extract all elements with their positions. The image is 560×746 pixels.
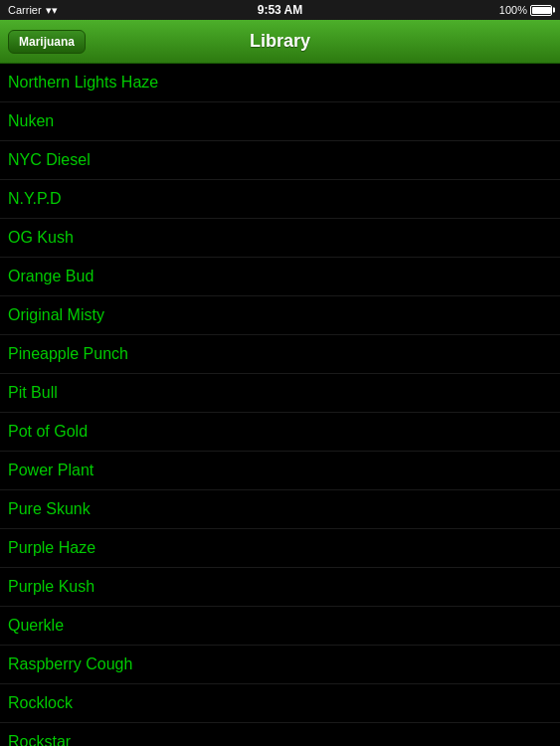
list-item-label: Pot of Gold	[8, 423, 88, 441]
list-item[interactable]: Power Plant	[0, 452, 560, 490]
list-item[interactable]: Rocklock	[0, 684, 560, 723]
list-item[interactable]: Rockstar	[0, 723, 560, 746]
list-item[interactable]: Pit Bull	[0, 374, 560, 413]
list-item-label: Querkle	[8, 617, 64, 635]
list-item-label: Power Plant	[8, 462, 93, 479]
carrier-label: Carrier	[8, 4, 42, 16]
list-item[interactable]: Purple Kush	[0, 568, 560, 607]
list-item[interactable]: Pure Skunk	[0, 490, 560, 529]
page-title: Library	[250, 31, 310, 52]
back-button[interactable]: Marijuana	[8, 30, 86, 54]
list-item-label: Northern Lights Haze	[8, 74, 158, 92]
list-item[interactable]: Purple Haze	[0, 529, 560, 568]
list-item[interactable]: Pot of Gold	[0, 413, 560, 452]
list-item-label: Pineapple Punch	[8, 345, 128, 363]
list-item-label: Purple Haze	[8, 539, 95, 557]
wifi-icon: ▾▾	[46, 4, 58, 17]
list-item-label: OG Kush	[8, 229, 74, 247]
list-item[interactable]: N.Y.P.D	[0, 180, 560, 219]
navigation-bar: Marijuana Library	[0, 20, 560, 64]
list-item-label: N.Y.P.D	[8, 190, 62, 208]
list-item-label: Rockstar	[8, 733, 71, 746]
status-bar: Carrier ▾▾ 9:53 AM 100%	[0, 0, 560, 20]
list-item-label: Pit Bull	[8, 384, 58, 402]
strain-list: Northern Lights HazeNukenNYC DieselN.Y.P…	[0, 64, 560, 746]
list-item[interactable]: Querkle	[0, 607, 560, 646]
list-item-label: Rocklock	[8, 694, 73, 712]
list-item[interactable]: Nuken	[0, 102, 560, 141]
list-item-label: Raspberry Cough	[8, 655, 132, 673]
list-item[interactable]: NYC Diesel	[0, 141, 560, 180]
list-item[interactable]: Orange Bud	[0, 258, 560, 296]
list-item[interactable]: Northern Lights Haze	[0, 64, 560, 102]
list-item-label: Pure Skunk	[8, 500, 91, 518]
battery-icon	[530, 5, 552, 16]
list-item-label: Orange Bud	[8, 268, 93, 285]
list-item-label: Original Misty	[8, 306, 104, 324]
list-item[interactable]: Original Misty	[0, 296, 560, 335]
list-item-label: Purple Kush	[8, 578, 94, 596]
status-bar-left: Carrier ▾▾	[8, 4, 58, 17]
list-item[interactable]: OG Kush	[0, 219, 560, 258]
list-item-label: Nuken	[8, 112, 54, 130]
list-item-label: NYC Diesel	[8, 151, 91, 169]
status-bar-right: 100%	[499, 4, 552, 16]
status-bar-time: 9:53 AM	[258, 3, 303, 17]
list-item[interactable]: Raspberry Cough	[0, 646, 560, 684]
battery-percent: 100%	[499, 4, 527, 16]
list-item[interactable]: Pineapple Punch	[0, 335, 560, 374]
